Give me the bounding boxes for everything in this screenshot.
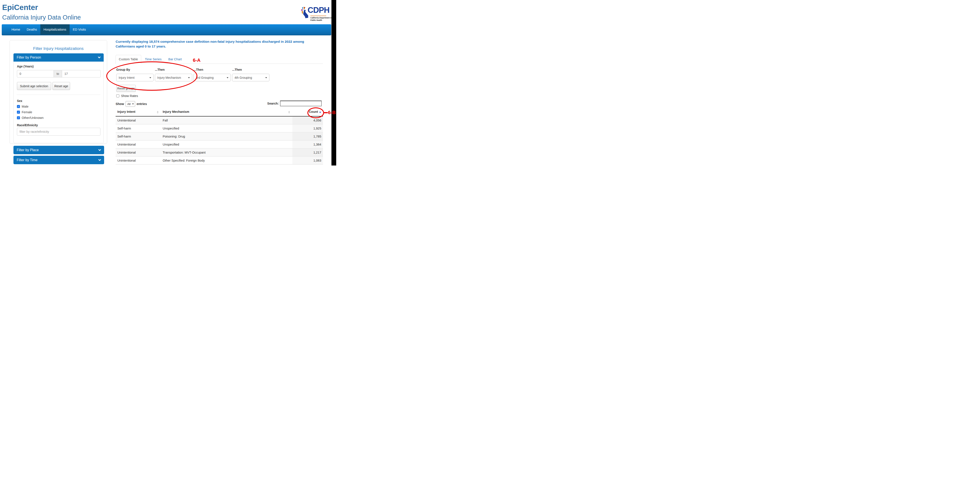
results-summary-text: Currently displaying 18,574 comprehensiv… bbox=[116, 39, 323, 49]
annotation-connector-6b bbox=[324, 112, 328, 113]
results-table: Injury Intent Injury Mechanism Count Uni… bbox=[116, 108, 323, 165]
view-tabs: Custom Table Time Series Bar Chart bbox=[116, 55, 323, 64]
table-search-control: Search: bbox=[267, 101, 322, 106]
third-grouping-select-wrap: 3rd Grouping bbox=[194, 74, 231, 81]
then-label-3: ...Then bbox=[232, 68, 269, 72]
show-rates-label: Show Rates bbox=[121, 94, 138, 98]
show-entries-prefix: Show bbox=[116, 102, 124, 106]
filter-by-time-header[interactable]: Filter by Time bbox=[13, 156, 104, 164]
annotation-label-6a: 6-A bbox=[193, 57, 200, 63]
age-label: Age (Years) bbox=[17, 65, 33, 68]
age-max-input[interactable] bbox=[62, 70, 101, 78]
grouping-column-3: ...Then 3rd Grouping bbox=[194, 68, 231, 81]
epicenter-page: EpiCenter California Injury Data Online … bbox=[0, 0, 340, 165]
sort-both-icon bbox=[157, 111, 159, 113]
app-title: EpiCenter bbox=[2, 3, 38, 12]
race-ethnicity-input[interactable] bbox=[17, 128, 100, 135]
checkbox-checked-icon[interactable]: ✓ bbox=[17, 116, 20, 119]
chevron-down-icon bbox=[98, 56, 101, 58]
nav-item-hospitalizations[interactable]: Hospitalizations bbox=[40, 24, 70, 35]
grouping-column-4: ...Then 4th Grouping bbox=[232, 68, 269, 81]
second-grouping-select[interactable]: Injury Mechanism bbox=[155, 74, 192, 81]
then-label-2: ...Then bbox=[194, 68, 231, 72]
column-header-injury-mechanism[interactable]: Injury Mechanism bbox=[161, 108, 293, 116]
checkbox-unchecked-icon[interactable] bbox=[116, 94, 119, 97]
search-label: Search: bbox=[267, 102, 279, 105]
filter-by-place-header[interactable]: Filter by Place bbox=[13, 146, 104, 154]
table-row: Unintentional Fall 4,056 bbox=[116, 116, 323, 124]
screenshot-edge-bar bbox=[331, 0, 336, 165]
group-by-select[interactable]: Injury Intent bbox=[116, 74, 153, 81]
grouping-column-1: Group By Injury Intent bbox=[116, 68, 154, 81]
fourth-grouping-select[interactable]: 4th Grouping bbox=[232, 74, 269, 81]
chevron-down-icon bbox=[98, 158, 101, 161]
reset-age-button[interactable]: Reset age bbox=[52, 82, 70, 90]
filter-by-person-section: Filter by Person Age (Years) to Submit a… bbox=[13, 53, 104, 143]
submit-age-button[interactable]: Submit age selection bbox=[17, 82, 51, 90]
table-row: Unintentional Other Specified: Foreign B… bbox=[116, 156, 323, 164]
table-row: Self-harm Unspecified 1,925 bbox=[116, 124, 323, 132]
entries-select-wrap: All bbox=[126, 101, 135, 107]
tab-bar-chart[interactable]: Bar Chart bbox=[168, 55, 182, 64]
tab-custom-table[interactable]: Custom Table bbox=[116, 55, 141, 64]
table-header-row: Injury Intent Injury Mechanism Count bbox=[116, 108, 323, 116]
show-rates-control[interactable]: Show Rates bbox=[116, 94, 138, 98]
entries-length-select[interactable]: All bbox=[126, 101, 135, 107]
column-header-injury-intent[interactable]: Injury Intent bbox=[116, 108, 161, 116]
annotation-label-6b: 6-B bbox=[328, 110, 336, 115]
group-by-select-wrap: Injury Intent bbox=[116, 74, 154, 81]
table-row: Self-harm Poisoning: Drug 1,785 bbox=[116, 132, 323, 140]
sidebar-title: Filter Injury Hospitalizations bbox=[10, 46, 107, 51]
sort-both-icon bbox=[288, 111, 290, 113]
checkbox-checked-icon[interactable]: ✓ bbox=[17, 105, 20, 108]
main-navbar: Home Deaths Hospitalizations ED Visits bbox=[2, 24, 331, 35]
cdph-org-name: California Department of Public Health bbox=[310, 17, 332, 21]
grouping-column-2: ...Then Injury Mechanism bbox=[155, 68, 192, 81]
group-by-label: Group By bbox=[116, 68, 154, 72]
fourth-grouping-select-wrap: 4th Grouping bbox=[232, 74, 269, 81]
filter-sidebar: Filter Injury Hospitalizations Filter by… bbox=[10, 40, 107, 144]
reset-groups-button[interactable]: Reset groups bbox=[116, 85, 136, 92]
table-row: Unintentional Unspecified 1,384 bbox=[116, 140, 323, 148]
column-header-count[interactable]: Count bbox=[293, 108, 323, 116]
sex-option-female[interactable]: ✓ Female bbox=[17, 110, 32, 114]
checkbox-checked-icon[interactable]: ✓ bbox=[17, 111, 20, 114]
age-range-separator: to bbox=[54, 70, 62, 78]
nav-item-deaths[interactable]: Deaths bbox=[24, 24, 40, 35]
then-label-1: ...Then bbox=[155, 68, 192, 72]
third-grouping-select[interactable]: 3rd Grouping bbox=[194, 74, 231, 81]
table-row: Unintentional Transportation: MVT-Occupa… bbox=[116, 148, 323, 156]
race-ethnicity-label: Race/Ethnicity bbox=[17, 123, 38, 127]
sex-option-other-unknown[interactable]: ✓ Other/Unknown bbox=[17, 116, 44, 119]
entries-length-control: Show All entries bbox=[116, 101, 147, 107]
chevron-down-icon bbox=[98, 148, 101, 151]
nav-item-ed-visits[interactable]: ED Visits bbox=[70, 24, 89, 35]
filter-by-person-body: Age (Years) to Submit age selection Rese… bbox=[13, 62, 104, 143]
app-subtitle: California Injury Data Online bbox=[2, 14, 81, 21]
nav-item-home[interactable]: Home bbox=[8, 24, 24, 35]
sex-option-male[interactable]: ✓ Male bbox=[17, 105, 29, 108]
filter-by-person-header[interactable]: Filter by Person bbox=[13, 53, 104, 62]
cdph-rule bbox=[310, 16, 326, 16]
age-range-group: to bbox=[17, 70, 101, 78]
sex-label: Sex bbox=[17, 99, 22, 103]
second-grouping-select-wrap: Injury Mechanism bbox=[155, 74, 192, 81]
cdph-logo: CDPH California Department of Public Hea… bbox=[299, 2, 328, 22]
tab-time-series[interactable]: Time Series bbox=[145, 55, 162, 64]
sort-descending-icon bbox=[319, 112, 321, 113]
search-input[interactable] bbox=[280, 101, 322, 106]
grouping-controls: Group By Injury Intent ...Then Injury Me… bbox=[116, 68, 271, 81]
cdph-acronym: CDPH bbox=[307, 6, 329, 15]
tabs-bottom-border bbox=[141, 64, 323, 64]
show-entries-suffix: entries bbox=[137, 102, 147, 106]
age-min-input[interactable] bbox=[17, 70, 54, 78]
